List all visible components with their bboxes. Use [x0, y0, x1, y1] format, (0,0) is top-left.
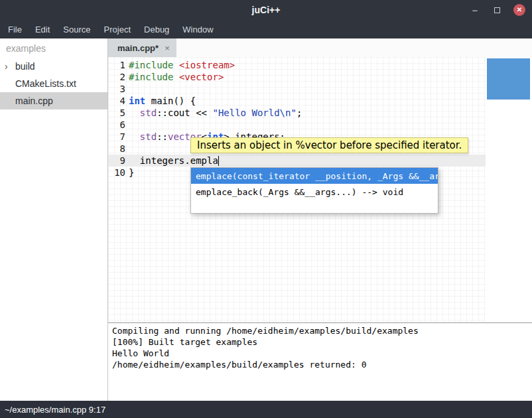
menu-item-project[interactable]: Project	[98, 21, 137, 38]
line-number[interactable]: 8	[108, 143, 125, 154]
project-name: examples	[0, 38, 107, 58]
line-number[interactable]: 5	[108, 107, 125, 118]
code-token: #include	[129, 60, 173, 70]
status-bar: ~/examples/main.cpp 9:17	[0, 401, 532, 418]
code-token	[173, 60, 178, 70]
code-token: int	[129, 96, 145, 106]
sidebar-item-cmakelists-txt[interactable]: CMakeLists.txt	[0, 75, 107, 92]
text-cursor	[218, 156, 220, 166]
completion-popup: emplace(const_iterator __position, _Args…	[190, 167, 438, 214]
tab-bar: main.cpp* ×	[108, 38, 532, 57]
terminal-line: Hello World	[112, 348, 528, 360]
restore-button[interactable]	[492, 5, 502, 15]
code-token: ;	[297, 107, 302, 118]
menu-item-source[interactable]: Source	[56, 21, 97, 38]
code-token: ::	[157, 131, 168, 142]
editor-pane: main.cpp* × 1#include <iostream>2#includ…	[108, 38, 532, 401]
menu-item-file[interactable]: File	[1, 21, 29, 38]
code-token: <vector>	[179, 72, 224, 82]
code-token: ::cout <<	[157, 107, 212, 118]
terminal-line: Compiling and running /home/eidheim/exam…	[112, 326, 528, 337]
window-title: juCi++	[0, 5, 532, 15]
file-name: main.cpp	[15, 96, 53, 106]
menu-item-edit[interactable]: Edit	[29, 21, 56, 38]
minimap-thumb[interactable]	[487, 58, 530, 100]
code-token: "Hello World\n"	[212, 107, 296, 118]
close-button[interactable]: ✕	[513, 4, 525, 16]
sidebar-item-main-cpp[interactable]: main.cpp	[0, 92, 107, 109]
code-lines: 1#include <iostream>2#include <vector>34…	[108, 59, 486, 178]
code-text: #include <vector>	[125, 72, 224, 82]
code-text: #include <iostream>	[125, 60, 235, 70]
file-tree: ›buildCMakeLists.txtmain.cpp	[0, 58, 107, 109]
file-name: CMakeLists.txt	[15, 78, 76, 89]
line-number[interactable]: 3	[108, 84, 125, 94]
minimap-scrollbar[interactable]	[486, 57, 532, 322]
code-line-1[interactable]: 1#include <iostream>	[108, 59, 486, 71]
expander-icon[interactable]: ›	[5, 62, 15, 71]
line-number[interactable]: 2	[108, 72, 125, 82]
code-token: }	[129, 167, 134, 178]
main-area: examples ›buildCMakeLists.txtmain.cpp ma…	[0, 38, 532, 401]
line-number[interactable]: 6	[108, 119, 125, 130]
doc-tooltip: Inserts an object in %vector before spec…	[190, 137, 468, 153]
tab-main-cpp[interactable]: main.cpp* ×	[108, 38, 176, 57]
code-token: #include	[129, 72, 173, 82]
terminal-output[interactable]: Compiling and running /home/eidheim/exam…	[108, 322, 532, 401]
menubar: FileEditSourceProjectDebugWindow	[0, 20, 532, 38]
code-text: }	[125, 167, 134, 178]
code-token	[129, 107, 140, 118]
code-editor[interactable]: 1#include <iostream>2#include <vector>34…	[108, 57, 532, 322]
code-line-5[interactable]: 5 std::cout << "Hello World\n";	[108, 107, 486, 119]
completion-item[interactable]: emplace_back(_Args &&__args...) --> void	[191, 184, 438, 200]
code-line-9[interactable]: 9 integers.empla	[108, 155, 486, 167]
code-text: std::cout << "Hello World\n";	[125, 107, 302, 118]
menu-item-window[interactable]: Window	[176, 21, 220, 38]
completion-item[interactable]: emplace(const_iterator __position, _Args…	[191, 168, 438, 184]
line-number[interactable]: 10	[108, 167, 125, 178]
line-number[interactable]: 1	[108, 60, 125, 70]
titlebar[interactable]: juCi++ − ✕	[0, 0, 532, 20]
code-token: std	[140, 107, 157, 118]
code-token: std	[140, 131, 157, 142]
code-token	[129, 131, 140, 142]
line-number[interactable]: 4	[108, 96, 125, 106]
file-tree-sidebar: examples ›buildCMakeLists.txtmain.cpp	[0, 38, 108, 401]
code-line-3[interactable]: 3	[108, 83, 486, 95]
jucipp-window: juCi++ − ✕ FileEditSourceProjectDebugWin…	[0, 0, 532, 418]
code-text: int main() {	[125, 96, 196, 106]
file-name: build	[15, 61, 35, 72]
terminal-line: /home/eidheim/examples/build/examples re…	[112, 360, 528, 371]
unmaximize-icon	[494, 7, 500, 13]
line-number[interactable]: 9	[108, 155, 125, 166]
terminal-line: [100%] Built target examples	[112, 337, 528, 348]
menu-item-debug[interactable]: Debug	[137, 21, 176, 38]
code-line-2[interactable]: 2#include <vector>	[108, 71, 486, 83]
line-number[interactable]: 7	[108, 131, 125, 142]
code-text: integers.empla	[125, 155, 219, 167]
tab-close-icon[interactable]: ×	[165, 43, 170, 53]
code-token: <iostream>	[179, 60, 235, 70]
tab-label: main.cpp*	[117, 43, 159, 53]
code-line-6[interactable]: 6	[108, 119, 486, 131]
code-token	[173, 72, 178, 82]
code-token: integers.empla	[129, 155, 218, 166]
minimize-button[interactable]: −	[470, 5, 480, 15]
window-controls: − ✕	[470, 0, 525, 20]
sidebar-item-build[interactable]: ›build	[0, 58, 107, 75]
status-path: ~/examples/main.cpp 9:17	[5, 405, 105, 415]
code-line-4[interactable]: 4int main() {	[108, 95, 486, 107]
code-token: main() {	[145, 96, 196, 106]
